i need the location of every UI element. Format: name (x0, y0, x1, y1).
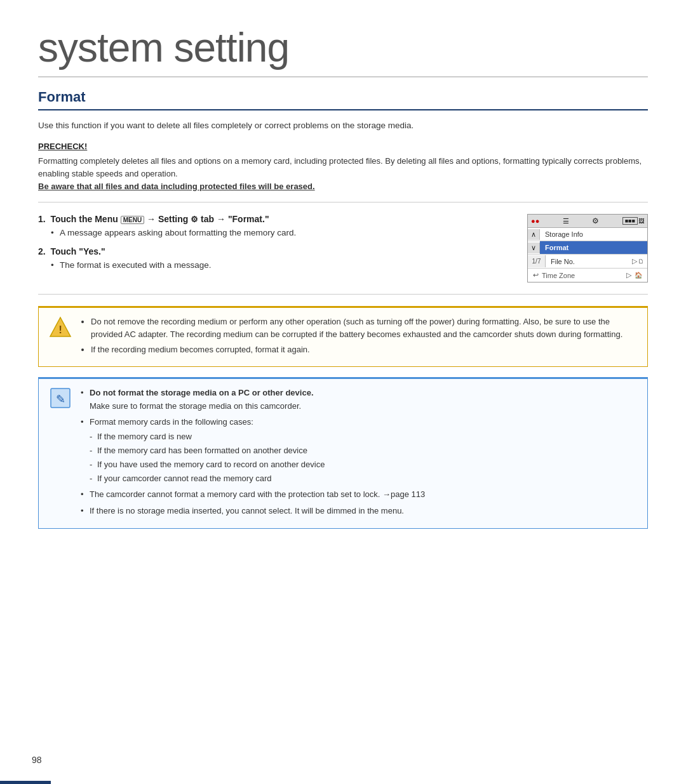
note-sub-4: If your camcorder cannot read the memory… (90, 472, 425, 485)
warning-list: Do not remove the recording medium or pe… (91, 316, 637, 356)
section-title: Format (38, 89, 648, 110)
cam-fileno-label: File No. (546, 255, 629, 268)
warning-content: Do not remove the recording medium or pe… (81, 316, 637, 359)
cam-gear-icon: ⚙ (592, 216, 599, 225)
cam-timezone-row: ↩ Time Zone ▷ 🏠 (528, 269, 647, 282)
svg-text:!: ! (58, 324, 62, 336)
note-sub-3: If you have used the memory card to reco… (90, 458, 425, 471)
note-sub-2: If the memory card has been formatted on… (90, 444, 425, 457)
note-item-3: The camcorder cannot format a memory car… (81, 488, 425, 501)
note-item-2: Format memory cards in the following cas… (81, 416, 425, 486)
note-box: ✎ Do not format the storage media on a P… (38, 377, 648, 528)
cam-nav-up[interactable]: ∧ (528, 229, 540, 240)
precheck-text: Formatting completely deletes all files … (38, 155, 648, 193)
page-container: system setting Format Use this function … (0, 0, 686, 577)
cam-fileno-row: 1/7 File No. ▷ 🗋 (528, 255, 647, 269)
steps-area: 1. Touch the Menu MENU → Setting ⚙ tab →… (38, 214, 648, 295)
page-number: 98 (32, 755, 42, 765)
page-footer-bar (0, 781, 51, 784)
step-2-bullets: The format is executed with a message. (51, 259, 508, 272)
steps-content: 1. Touch the Menu MENU → Setting ⚙ tab →… (38, 214, 508, 282)
camera-ui-header: ●● ☰ ⚙ ■■■ 🖼 (528, 215, 647, 228)
note-item-1: Do not format the storage media on a PC … (81, 387, 425, 412)
note-content: Do not format the storage media on a PC … (81, 387, 425, 520)
note-sub-1: If the memory card is new (90, 430, 425, 443)
note-pencil-icon: ✎ (49, 387, 72, 409)
step-1-bullet-1: A message appears asking about formattin… (51, 227, 508, 240)
step-2-bullet-1: The format is executed with a message. (51, 259, 508, 272)
cam-timezone-arrow: ▷ (626, 271, 631, 279)
cam-format-label[interactable]: Format (540, 241, 647, 254)
cam-battery-icon: ■■■ 🖼 (622, 217, 644, 225)
intro-text: Use this function if you want to delete … (38, 119, 648, 132)
cam-menu-icon: ☰ (563, 217, 569, 225)
warning-triangle-icon: ! (49, 316, 72, 338)
note-list: Do not format the storage media on a PC … (81, 387, 425, 517)
step1-arrow1: → (147, 214, 158, 224)
cam-fileno-arrow: ▷ 🗋 (629, 255, 647, 268)
menu-icon: MENU (121, 216, 144, 224)
setting-icon: ⚙ (191, 215, 198, 224)
note-item-4: If there is no storage media inserted, y… (81, 505, 425, 517)
camera-ui: ●● ☰ ⚙ ■■■ 🖼 ∧ Storage Info ∨ Format 1/ (527, 214, 648, 282)
warning-item-2: If the recording medium becomes corrupte… (91, 343, 637, 356)
warning-box: ! Do not remove the recording medium or … (38, 306, 648, 367)
precheck-bold-text: Be aware that all files and data includi… (38, 182, 315, 191)
precheck-block: PRECHECK! Formatting completely deletes … (38, 142, 648, 203)
step-1-bullets: A message appears asking about formattin… (51, 227, 508, 240)
cam-storage-info-row: ∧ Storage Info (528, 228, 647, 241)
note-sub-list: If the memory card is new If the memory … (90, 430, 425, 486)
cam-page-num: 1/7 (528, 255, 546, 267)
step-2-number: 2. Touch "Yes." (38, 246, 508, 256)
svg-text:✎: ✎ (56, 393, 65, 406)
cam-timezone-label: Time Zone (542, 272, 623, 279)
cam-nav-down[interactable]: ∨ (528, 243, 540, 253)
warning-item-1: Do not remove the recording medium or pe… (91, 316, 637, 341)
step-2: 2. Touch "Yes." The format is executed w… (38, 246, 508, 272)
cam-home-icon: 🏠 (635, 272, 642, 279)
cam-storage-info-label: Storage Info (540, 228, 647, 241)
precheck-label: PRECHECK! (38, 142, 648, 151)
cam-format-row[interactable]: ∨ Format (528, 241, 647, 255)
step-1: 1. Touch the Menu MENU → Setting ⚙ tab →… (38, 214, 508, 240)
main-title: system setting (38, 25, 648, 77)
page-footer: 98 (32, 755, 42, 765)
cam-back-icon: ↩ (533, 271, 539, 279)
step-1-number: 1. Touch the Menu MENU → Setting ⚙ tab →… (38, 214, 508, 224)
cam-record-icon: ●● (531, 217, 539, 225)
step1-arrow2: → (217, 214, 228, 224)
